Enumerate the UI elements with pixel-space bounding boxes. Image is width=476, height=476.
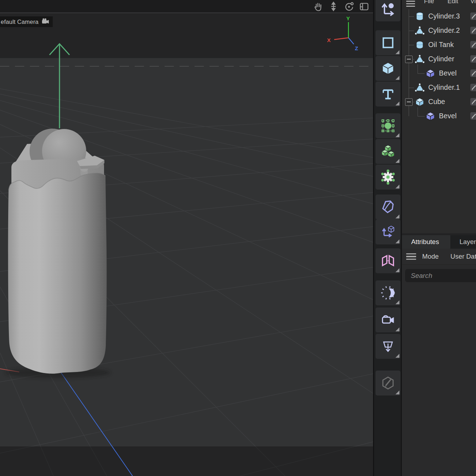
orbit-rotate-icon[interactable]	[343, 1, 354, 12]
object-manager-menubar: FileEditView	[402, 0, 476, 8]
flyout-corner	[395, 390, 399, 394]
rectangle-spline-button[interactable]	[376, 30, 400, 55]
lighter-body	[8, 173, 107, 374]
oil-tank-object-icon	[415, 40, 425, 50]
tree-stub	[409, 88, 414, 88]
expander-minus[interactable]	[405, 56, 413, 63]
bend-deformer-icon	[380, 199, 396, 215]
generator-gear-icon	[380, 169, 396, 185]
object-manager-menu-icon[interactable]	[406, 1, 415, 8]
text-tool-icon	[380, 86, 396, 102]
om-menu-file[interactable]: File	[424, 0, 434, 5]
generator-gear-button[interactable]	[376, 165, 400, 190]
attribute-tabbar: AttributesLayer	[402, 235, 476, 249]
flyout-corner	[395, 133, 399, 137]
edit-toggle-icon[interactable]	[470, 69, 476, 77]
object-row-bevel[interactable]: Bevel	[402, 66, 476, 81]
camera-object-button[interactable]	[376, 307, 400, 332]
edit-toggle-icon[interactable]	[470, 98, 476, 105]
stage-object-button[interactable]	[376, 334, 400, 359]
cinema4d-window: Y X Z efault Camera FileEditView Cylinde…	[0, 0, 476, 476]
edit-pencil-button[interactable]	[376, 371, 400, 395]
flyout-corner	[395, 214, 399, 218]
flyout-corner	[395, 50, 399, 54]
object-manager: FileEditView Cylinder.3Cylinder.2Oil Tan…	[402, 0, 476, 233]
camera-dropdown[interactable]: efault Camera	[0, 16, 53, 27]
tree-stub	[412, 102, 414, 102]
cylinder-object-icon	[415, 11, 425, 21]
object-label: Cylinder	[428, 55, 454, 63]
symmetry-icon	[380, 253, 396, 269]
flyout-corner	[395, 102, 399, 105]
camera-label: efault Camera	[1, 19, 38, 25]
cube-primitive-icon	[380, 61, 396, 76]
viewport-scene[interactable]: Y X Z	[0, 0, 373, 476]
flyout-corner	[395, 268, 399, 272]
sky-environment-icon	[380, 285, 396, 301]
safe-frame-band-top	[0, 13, 373, 58]
edit-toggle-icon[interactable]	[470, 27, 476, 34]
expander-minus[interactable]	[405, 98, 413, 106]
side-toolbar	[373, 0, 402, 476]
edit-toggle-icon[interactable]	[470, 84, 476, 91]
flyout-corner	[395, 300, 399, 304]
mode-menu[interactable]: Mode	[422, 253, 439, 260]
user-data-menu[interactable]: User Data	[450, 253, 476, 260]
right-panel: FileEditView Cylinder.3Cylinder.2Oil Tan…	[402, 0, 476, 476]
om-menu-edit[interactable]: Edit	[447, 0, 458, 5]
object-label: Bevel	[439, 69, 457, 77]
axis-modify-icon	[380, 224, 396, 240]
search-placeholder: Search	[405, 272, 432, 280]
sky-environment-button[interactable]	[376, 280, 400, 305]
camera-object-icon	[380, 312, 396, 328]
gizmo-y-label: Y	[346, 15, 350, 21]
polygon-object-icon	[415, 83, 425, 93]
edit-toggle-icon[interactable]	[470, 55, 476, 63]
toggle-layout-icon[interactable]	[359, 1, 369, 12]
viewport-nav-tools	[313, 1, 373, 12]
object-label: Cube	[428, 98, 445, 106]
subdivision-surface-button[interactable]	[376, 113, 400, 138]
object-label: Oil Tank	[428, 41, 454, 49]
object-label: Cylinder.3	[428, 12, 460, 20]
tree-child-hline	[418, 73, 425, 74]
pan-hand-icon[interactable]	[313, 1, 324, 12]
tree-stub	[409, 45, 414, 45]
flyout-corner	[395, 159, 399, 163]
text-tool-button[interactable]	[376, 82, 400, 107]
dolly-zoom-icon[interactable]	[328, 1, 339, 12]
attribute-manager: AttributesLayer Mode User Data Search	[402, 233, 476, 476]
tree-child-hline	[418, 116, 425, 117]
volume-cubes-icon	[380, 144, 396, 159]
move-tool-button[interactable]	[376, 0, 400, 21]
edit-toggle-icon[interactable]	[470, 41, 476, 48]
tree-stub	[409, 16, 414, 17]
symmetry-button[interactable]	[376, 248, 400, 273]
viewport[interactable]: Y X Z efault Camera	[0, 0, 373, 476]
edit-toggle-icon[interactable]	[470, 12, 476, 20]
object-row-bevel[interactable]: Bevel	[402, 109, 476, 123]
flyout-corner	[395, 327, 399, 331]
subdivision-surface-icon	[380, 118, 396, 134]
lighter-model[interactable]	[5, 129, 110, 378]
edit-pencil-icon	[380, 375, 396, 391]
tab-attributes[interactable]: Attributes	[402, 235, 450, 249]
attribute-menu-icon[interactable]	[406, 252, 416, 262]
axis-modify-button[interactable]	[376, 219, 400, 244]
bevel-object-icon	[425, 111, 435, 121]
polygon-object-icon	[415, 54, 425, 64]
stage-object-icon	[380, 338, 396, 354]
tree-child-vline	[418, 107, 418, 116]
tree-stub	[409, 31, 414, 31]
search-input[interactable]: Search	[405, 269, 476, 282]
safe-frame-band-bottom	[0, 446, 373, 476]
volume-cubes-button[interactable]	[376, 139, 400, 164]
edit-toggle-icon[interactable]	[470, 112, 476, 120]
object-label: Cylinder.1	[428, 83, 460, 92]
bend-deformer-button[interactable]	[376, 195, 400, 219]
om-menu-view[interactable]: View	[470, 0, 476, 5]
move-tool-icon	[380, 1, 396, 17]
object-label: Cylinder.2	[428, 26, 460, 35]
tab-layer[interactable]: Layer	[450, 235, 476, 249]
cube-primitive-button[interactable]	[376, 56, 400, 81]
